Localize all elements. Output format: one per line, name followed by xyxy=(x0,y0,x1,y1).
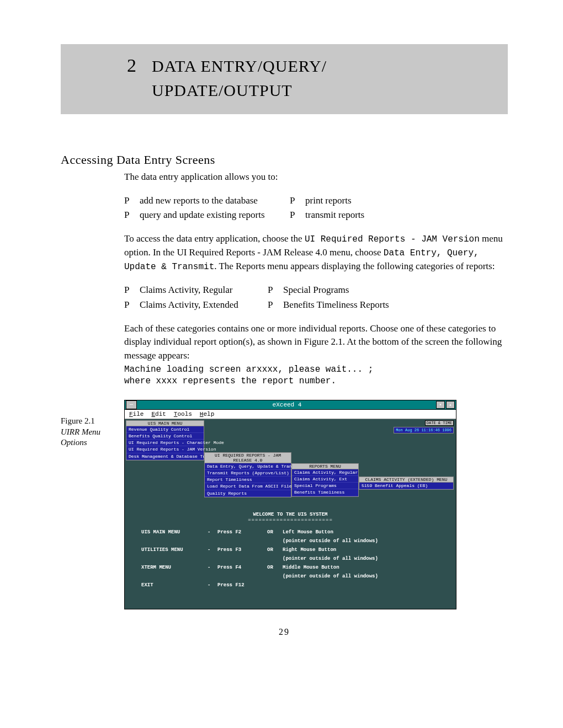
section-heading: Accessing Data Entry Screens xyxy=(61,153,508,167)
menu-item[interactable]: Report Timeliness xyxy=(205,477,291,483)
menu-item[interactable]: 5159 Benefit Appeals (EB) xyxy=(359,483,453,489)
message-code-block: Machine loading screen arxxxx, please wa… xyxy=(124,364,508,388)
menu-item[interactable]: Desk Management & Database Tools xyxy=(126,453,204,460)
welcome-text: WELCOME TO THE UIS SYSTEM ==============… xyxy=(141,512,439,591)
menu-option-code: UI Required Reports - JAM Version xyxy=(305,234,480,244)
figure-caption-text: UIRR Menu Options xyxy=(61,427,124,448)
bullet-text: Special Programs xyxy=(283,283,349,297)
maximize-icon[interactable]: ▴ xyxy=(446,401,455,409)
bullet-text: add new reports to the database xyxy=(140,194,258,208)
menu-title: CLAIMS ACTIVITY (EXTENDED) MENU xyxy=(359,477,453,483)
chapter-number: 2 xyxy=(127,55,136,76)
reports-menu: REPORTS MENU Claims Activity, Regular Cl… xyxy=(291,463,359,497)
menu-item[interactable]: Claims Activity, Regular xyxy=(292,469,358,476)
bullet-icon: P xyxy=(290,208,305,222)
datetime-label: DATE & TIME xyxy=(425,420,454,426)
menu-file[interactable]: File xyxy=(129,411,144,417)
bullet-icon: P xyxy=(124,194,140,208)
menu-title: UIS MAIN MENU xyxy=(126,421,204,426)
bullet-icon: P xyxy=(268,283,283,297)
menu-item[interactable]: Quality Reports xyxy=(205,490,291,497)
menu-edit[interactable]: Edit xyxy=(151,411,166,417)
menu-title: REPORTS MENU xyxy=(292,464,358,469)
bullet-text: Claims Activity, Regular xyxy=(140,283,232,297)
bullet-icon: P xyxy=(268,298,283,312)
datetime-value: Mon Aug 26 11:16:46 1996 xyxy=(394,427,454,433)
chapter-title-text: DATA ENTRY/QUERY/UPDATE/OUTPUT xyxy=(152,57,327,99)
bullet-text: transmit reports xyxy=(305,208,364,222)
figure-label: Figure 2.1 xyxy=(61,416,124,426)
menu-item[interactable]: Data Entry, Query, Update & Transmit xyxy=(205,463,291,470)
chapter-header: 2 DATA ENTRY/QUERY/UPDATE/OUTPUT xyxy=(61,44,508,114)
window-titlebar[interactable]: — eXceed 4 ▾ ▴ xyxy=(125,400,456,410)
help-row: XTERM MENU - Press F4 OR Middle Mouse Bu… xyxy=(141,565,439,570)
menu-item[interactable]: Special Programs xyxy=(292,483,358,489)
menu-item[interactable]: Transmit Reports (Approve/List) xyxy=(205,470,291,477)
intro-para: The data entry application allows you to… xyxy=(124,170,508,184)
bullet-icon: P xyxy=(290,194,305,208)
claims-extended-menu: CLAIMS ACTIVITY (EXTENDED) MENU 5159 Ben… xyxy=(359,477,454,490)
bullet-text: Claims Activity, Extended xyxy=(140,298,238,312)
capability-list: Padd new reports to the database Pquery … xyxy=(124,194,508,222)
help-row: UIS MAIN MENU - Press F2 OR Left Mouse B… xyxy=(141,529,439,535)
chapter-title: DATA ENTRY/QUERY/UPDATE/OUTPUT xyxy=(152,54,327,102)
figure-row: Figure 2.1 UIRR Menu Options — eXceed 4 … xyxy=(61,400,508,609)
menu-item[interactable]: Benefits Quality Control xyxy=(126,433,204,440)
figure-caption: Figure 2.1 UIRR Menu Options xyxy=(61,400,124,448)
minimize-icon[interactable]: ▾ xyxy=(436,401,445,409)
uis-main-menu: UIS MAIN MENU Revenue Quality Control Be… xyxy=(126,420,204,461)
menu-item[interactable]: Benefits Timeliness xyxy=(292,489,358,496)
menu-item[interactable]: Revenue Quality Control xyxy=(126,426,204,433)
menu-item[interactable]: Claims Activity, Ext xyxy=(292,476,358,483)
bullet-text: query and update existing reports xyxy=(140,208,265,222)
bullet-text: Benefits Timeliness Reports xyxy=(283,298,389,312)
ui-required-reports-menu: UI REQUIRED REPORTS - JAM RELEASE 4.0 Da… xyxy=(204,452,291,497)
menu-item[interactable]: UI Required Reports - Character Mode xyxy=(126,440,204,446)
bullet-icon: P xyxy=(124,208,140,222)
page-number: 29 xyxy=(61,627,508,637)
access-paragraph: To access the data entry application, ch… xyxy=(124,232,508,274)
body-text: The data entry application allows you to… xyxy=(124,170,508,388)
menu-item[interactable]: UI Required Reports - JAM Version xyxy=(126,446,204,453)
menu-help[interactable]: Help xyxy=(200,411,214,417)
category-list: PClaims Activity, Regular PClaims Activi… xyxy=(124,283,508,312)
help-row: EXIT - Press F12 xyxy=(141,582,439,588)
app-body: DATE & TIME Mon Aug 26 11:16:46 1996 UIS… xyxy=(125,419,456,609)
menubar: File Edit Tools Help xyxy=(125,410,456,419)
bullet-icon: P xyxy=(124,283,140,297)
screenshot-window: — eXceed 4 ▾ ▴ File Edit Tools Help DATE… xyxy=(124,400,456,609)
window-title: eXceed 4 xyxy=(138,402,436,408)
bullet-icon: P xyxy=(124,298,140,312)
menu-title: UI REQUIRED REPORTS - JAM RELEASE 4.0 xyxy=(205,453,291,463)
document-page: 2 DATA ENTRY/QUERY/UPDATE/OUTPUT Accessi… xyxy=(0,0,563,670)
welcome-underline: ======================== xyxy=(141,517,439,523)
system-menu-icon[interactable]: — xyxy=(126,400,137,409)
welcome-title: WELCOME TO THE UIS SYSTEM xyxy=(141,512,439,517)
menu-item[interactable]: Load Report Data From ASCII File xyxy=(205,483,291,490)
category-paragraph: Each of these categories contains one or… xyxy=(124,322,508,363)
bullet-text: print reports xyxy=(305,194,352,208)
help-row: UTILITIES MENU - Press F3 OR Right Mouse… xyxy=(141,547,439,553)
menu-tools[interactable]: Tools xyxy=(174,411,192,417)
